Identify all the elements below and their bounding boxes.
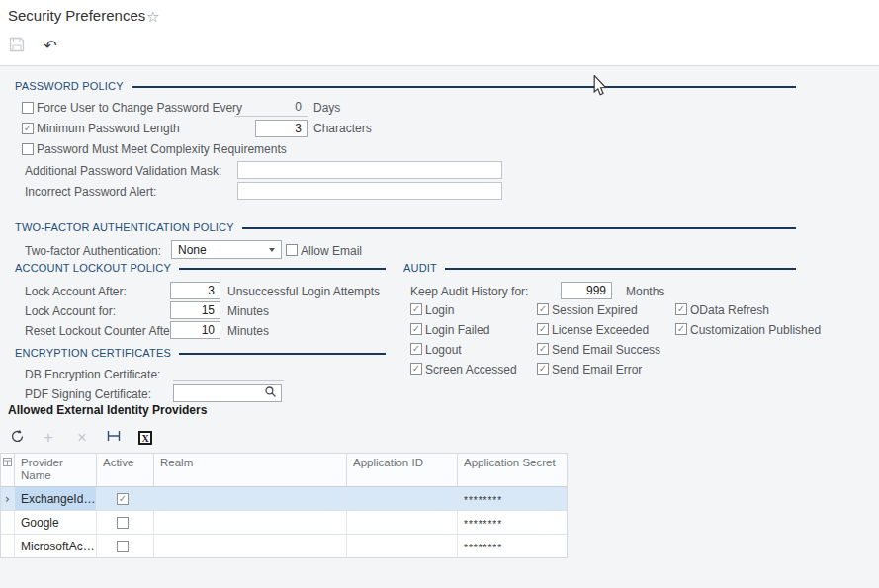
audit-login-failed-checkbox[interactable] bbox=[410, 323, 422, 335]
undo-button[interactable]: ↶ bbox=[42, 38, 59, 55]
lock-account-for-label: Lock Account for: bbox=[25, 304, 116, 318]
provider-name-cell[interactable]: Google bbox=[15, 511, 97, 534]
realm-cell[interactable] bbox=[154, 511, 347, 534]
grid-settings-corner[interactable] bbox=[1, 454, 15, 486]
application-id-cell[interactable] bbox=[347, 535, 458, 557]
audit-customization-published-checkbox[interactable] bbox=[675, 323, 687, 335]
audit-customization-published-label: Customization Published bbox=[690, 323, 821, 337]
audit-odata-refresh-label: OData Refresh bbox=[690, 303, 769, 317]
lock-account-for-input[interactable] bbox=[170, 301, 220, 319]
column-header-realm[interactable]: Realm bbox=[154, 454, 347, 486]
page-title: Security Preferences bbox=[8, 7, 145, 24]
section-password-policy: PASSWORD POLICY bbox=[15, 79, 796, 93]
grid-settings-icon bbox=[3, 457, 12, 469]
lock-account-after-label: Lock Account After: bbox=[25, 285, 127, 298]
audit-logout-label: Logout bbox=[425, 343, 462, 357]
audit-session-expired-checkbox[interactable] bbox=[537, 303, 549, 315]
days-unit-label: Days bbox=[313, 101, 340, 115]
search-icon[interactable] bbox=[264, 384, 277, 402]
section-two-factor: TWO-FACTOR AUTHENTICATION POLICY bbox=[15, 220, 796, 234]
allow-email-checkbox[interactable] bbox=[286, 244, 298, 256]
provider-name-cell[interactable]: MicrosoftAcc... bbox=[15, 535, 97, 557]
section-rule bbox=[242, 227, 796, 229]
validation-mask-input[interactable] bbox=[237, 161, 502, 179]
row-indicator bbox=[1, 511, 15, 534]
active-checkbox[interactable] bbox=[117, 517, 129, 529]
active-checkbox[interactable] bbox=[117, 493, 129, 505]
validation-mask-label: Additional Password Validation Mask: bbox=[25, 164, 221, 178]
minutes-unit-label: Minutes bbox=[227, 324, 269, 338]
audit-send-email-error-label: Send Email Error bbox=[552, 363, 642, 377]
characters-unit-label: Characters bbox=[313, 122, 372, 135]
two-factor-select[interactable]: None bbox=[171, 240, 282, 259]
audit-login-checkbox[interactable] bbox=[410, 303, 422, 315]
section-rule bbox=[179, 268, 386, 270]
realm-cell[interactable] bbox=[154, 535, 347, 557]
reset-lockout-counter-input[interactable] bbox=[170, 321, 220, 339]
audit-logout-checkbox[interactable] bbox=[410, 343, 422, 355]
export-to-excel-button[interactable]: X bbox=[134, 428, 156, 448]
table-row[interactable]: › ExchangeIde... ******** bbox=[1, 487, 567, 511]
settings-panel: PASSWORD POLICY Force User to Change Pas… bbox=[0, 65, 879, 588]
provider-name-cell[interactable]: ExchangeIde... bbox=[15, 487, 97, 510]
active-cell[interactable] bbox=[97, 535, 154, 557]
refresh-button[interactable] bbox=[6, 428, 28, 448]
application-secret-cell[interactable]: ******** bbox=[458, 511, 568, 534]
audit-session-expired-label: Session Expired bbox=[552, 303, 638, 317]
delete-icon: × bbox=[77, 430, 86, 446]
column-header-application-secret[interactable]: Application Secret bbox=[458, 454, 568, 486]
providers-section-title: Allowed External Identity Providers bbox=[8, 403, 207, 417]
application-id-cell[interactable] bbox=[347, 487, 458, 510]
column-header-provider-name[interactable]: Provider Name bbox=[15, 454, 97, 486]
fit-width-icon bbox=[106, 428, 122, 448]
section-encryption-certificates: ENCRYPTION CERTIFICATES bbox=[15, 346, 386, 360]
fit-to-width-button[interactable] bbox=[103, 428, 125, 448]
pdf-signing-certificate-input[interactable] bbox=[173, 384, 282, 402]
keep-audit-history-input[interactable] bbox=[561, 282, 612, 299]
table-row[interactable]: MicrosoftAcc... ******** bbox=[1, 535, 567, 557]
audit-license-exceeded-checkbox[interactable] bbox=[537, 323, 549, 335]
save-button[interactable] bbox=[8, 38, 26, 55]
lock-account-after-input[interactable] bbox=[170, 282, 220, 299]
active-cell[interactable] bbox=[97, 511, 154, 534]
application-id-cell[interactable] bbox=[347, 511, 458, 534]
delete-row-button[interactable]: × bbox=[71, 428, 93, 448]
favorite-star-icon[interactable]: ☆ bbox=[146, 8, 159, 26]
audit-login-failed-label: Login Failed bbox=[425, 323, 489, 337]
active-cell[interactable] bbox=[97, 487, 154, 510]
audit-send-email-success-checkbox[interactable] bbox=[537, 343, 549, 355]
unsuccessful-attempts-unit-label: Unsuccessful Login Attempts bbox=[227, 285, 380, 298]
undo-icon: ↶ bbox=[44, 39, 56, 54]
audit-screen-accessed-checkbox[interactable] bbox=[410, 363, 422, 375]
audit-login-label: Login bbox=[425, 303, 454, 317]
add-row-button[interactable]: + bbox=[38, 428, 59, 448]
audit-screen-accessed-label: Screen Accessed bbox=[425, 363, 517, 377]
audit-send-email-success-label: Send Email Success bbox=[552, 343, 660, 357]
minimum-password-length-input[interactable] bbox=[255, 120, 308, 137]
active-checkbox[interactable] bbox=[117, 541, 129, 552]
providers-table: Provider Name Active Realm Application I… bbox=[0, 453, 568, 558]
realm-cell[interactable] bbox=[154, 487, 347, 510]
minimum-password-length-checkbox[interactable] bbox=[22, 123, 34, 134]
audit-odata-refresh-checkbox[interactable] bbox=[675, 303, 687, 315]
password-complexity-checkbox[interactable] bbox=[22, 143, 34, 155]
force-change-password-checkbox[interactable] bbox=[22, 102, 34, 114]
incorrect-password-alert-input[interactable] bbox=[237, 182, 502, 200]
excel-icon: X bbox=[138, 431, 152, 445]
audit-send-email-error-checkbox[interactable] bbox=[537, 363, 549, 375]
allow-email-label: Allow Email bbox=[301, 244, 362, 258]
table-row[interactable]: Google ******** bbox=[1, 511, 567, 535]
application-secret-cell[interactable]: ******** bbox=[458, 535, 568, 557]
save-icon bbox=[9, 37, 25, 56]
reset-lockout-counter-label: Reset Lockout Counter After: bbox=[25, 324, 177, 338]
two-factor-label: Two-factor Authentication: bbox=[25, 244, 161, 258]
two-factor-selected-value: None bbox=[178, 243, 207, 257]
section-rule bbox=[445, 268, 796, 270]
incorrect-password-alert-label: Incorrect Password Alert: bbox=[25, 185, 156, 199]
column-header-application-id[interactable]: Application ID bbox=[347, 454, 458, 486]
application-secret-cell[interactable]: ******** bbox=[458, 487, 568, 510]
providers-grid-toolbar: + × X bbox=[0, 428, 568, 448]
column-header-active[interactable]: Active bbox=[97, 454, 154, 486]
minimum-password-length-label: Minimum Password Length bbox=[37, 122, 180, 135]
row-indicator bbox=[1, 535, 15, 557]
